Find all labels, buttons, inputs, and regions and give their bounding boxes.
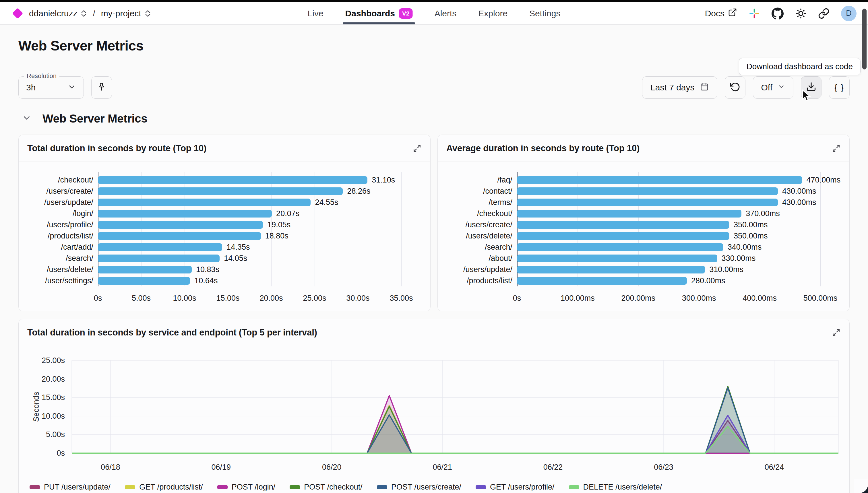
breadcrumb: ddanielcruzz / my-project [14, 8, 151, 18]
bar-category-label: /products/list/ [19, 231, 98, 242]
x-tick-label: 0s [513, 294, 521, 303]
legend-item[interactable]: POST /login/ [217, 483, 276, 492]
bar-value-label: 18.80s [265, 232, 289, 240]
chevron-down-icon [778, 83, 785, 92]
github-icon[interactable] [771, 7, 784, 20]
tab-settings[interactable]: Settings [529, 2, 560, 24]
resolution-select[interactable]: Resolution 3h [18, 76, 84, 99]
bar [98, 221, 263, 229]
dashboard-section-header[interactable]: Web Server Metrics [18, 110, 850, 127]
bar-category-label: /users/profile/ [19, 219, 98, 231]
tab-alerts[interactable]: Alerts [435, 2, 457, 24]
time-range-button[interactable]: Last 7 days [642, 76, 717, 99]
bar-value-label: 280.00ms [691, 276, 725, 285]
org-name: ddanielcruzz [29, 8, 77, 18]
expand-icon[interactable] [412, 144, 422, 153]
legend-item[interactable]: PUT /users/update/ [29, 483, 110, 492]
app-header: ddanielcruzz / my-project LiveDashboards… [0, 2, 868, 25]
x-tick-label: 15.00s [216, 294, 239, 303]
download-tooltip: Download dashboard as code [739, 58, 861, 75]
chevrons-up-down-icon [145, 10, 151, 17]
x-tick-label: 400.00ms [743, 294, 777, 303]
tab-live[interactable]: Live [308, 2, 323, 24]
org-selector[interactable]: ddanielcruzz [29, 8, 87, 18]
bar-value-label: 350.00ms [734, 232, 768, 240]
section-title: Web Server Metrics [42, 112, 147, 125]
bar [517, 232, 729, 240]
share-link-icon[interactable] [818, 8, 829, 19]
bar [98, 198, 311, 206]
axis-label: Seconds [32, 392, 41, 422]
docs-link[interactable]: Docs [705, 8, 737, 19]
bar-value-label: 14.05s [224, 254, 247, 263]
bar-value-label: 10.83s [196, 265, 219, 274]
view-code-button[interactable]: { } [829, 76, 850, 99]
bar-category-label: /login/ [19, 208, 98, 219]
chevrons-up-down-icon [81, 10, 87, 17]
bar-row: 31.10s [98, 174, 401, 186]
bar-row: 350.00ms [517, 219, 820, 231]
gridline [401, 172, 402, 286]
expand-icon[interactable] [831, 328, 841, 337]
bar [98, 187, 343, 195]
main-nav: LiveDashboardsV2AlertsExploreSettings [308, 2, 560, 24]
bar [517, 243, 723, 251]
bar-category-label: /users/delete/ [19, 264, 98, 275]
bar-row: 340.00ms [517, 242, 820, 253]
expand-icon[interactable] [831, 144, 841, 153]
x-tick-label: 300.00ms [682, 294, 716, 303]
bar-chart: /checkout//users/create//users/update//l… [19, 162, 430, 311]
tab-dashboards[interactable]: DashboardsV2 [345, 2, 413, 24]
project-selector[interactable]: my-project [101, 8, 151, 18]
chart-card-total-duration-by-route: Total duration in seconds by route (Top … [18, 134, 430, 312]
legend-swatch [290, 485, 300, 489]
bar-value-label: 19.05s [267, 220, 291, 229]
main-content: Web Server Metrics Resolution 3h Last 7 … [0, 38, 868, 493]
tab-label: Alerts [435, 8, 457, 18]
axis-label: 06/19 [212, 463, 231, 471]
resolution-value: 3h [26, 83, 36, 92]
bar-category-label: /search/ [438, 242, 517, 253]
pin-icon [97, 82, 106, 93]
axis-label: 06/23 [654, 463, 673, 471]
legend-item[interactable]: POST /checkout/ [290, 483, 362, 492]
avatar-letter: D [846, 9, 852, 18]
bar-value-label: 28.26s [347, 187, 370, 196]
avatar[interactable]: D [841, 6, 856, 21]
bar-row: 19.05s [98, 219, 401, 231]
legend-swatch [29, 485, 40, 489]
bar-row: 430.00ms [517, 197, 820, 208]
bar-value-label: 350.00ms [734, 220, 768, 229]
bar [98, 232, 261, 240]
bar [98, 243, 222, 251]
refresh-button[interactable] [725, 76, 745, 99]
vertical-scrollbar-thumb[interactable] [862, 8, 867, 69]
x-tick-label: 25.00s [303, 294, 326, 303]
bar [98, 266, 192, 274]
gridline [820, 172, 821, 286]
legend-item[interactable]: GET /products/list/ [125, 483, 203, 492]
legend-item[interactable]: DELETE /users/delete/ [569, 483, 662, 492]
legend-item[interactable]: GET /users/profile/ [475, 483, 554, 492]
legend-item[interactable]: POST /users/create/ [377, 483, 461, 492]
tab-explore[interactable]: Explore [478, 2, 507, 24]
x-tick-label: 30.00s [346, 294, 369, 303]
bar-row: 14.05s [98, 253, 401, 264]
bar-category-label: /cart/add/ [19, 242, 98, 253]
bar-category-label: /faq/ [438, 174, 517, 186]
bar-chart: /faq//contact//terms//checkout//users/cr… [438, 162, 849, 311]
bar-value-label: 340.00ms [728, 243, 762, 252]
bar-row: 350.00ms [517, 231, 820, 242]
axis-label: 0s [57, 449, 65, 457]
auto-refresh-select[interactable]: Off [753, 76, 793, 99]
legend-label: DELETE /users/delete/ [583, 483, 662, 492]
bar-value-label: 14.35s [227, 243, 250, 252]
axis-label: 06/21 [432, 463, 452, 471]
slack-icon[interactable] [748, 8, 760, 19]
bar-row: 370.00ms [517, 208, 820, 219]
axis-label: 06/18 [101, 463, 120, 471]
theme-sun-icon[interactable] [795, 8, 807, 19]
legend-label: GET /products/list/ [139, 483, 203, 492]
chart-title: Total duration in seconds by service and… [27, 327, 317, 338]
pin-resolution-button[interactable] [91, 76, 112, 99]
